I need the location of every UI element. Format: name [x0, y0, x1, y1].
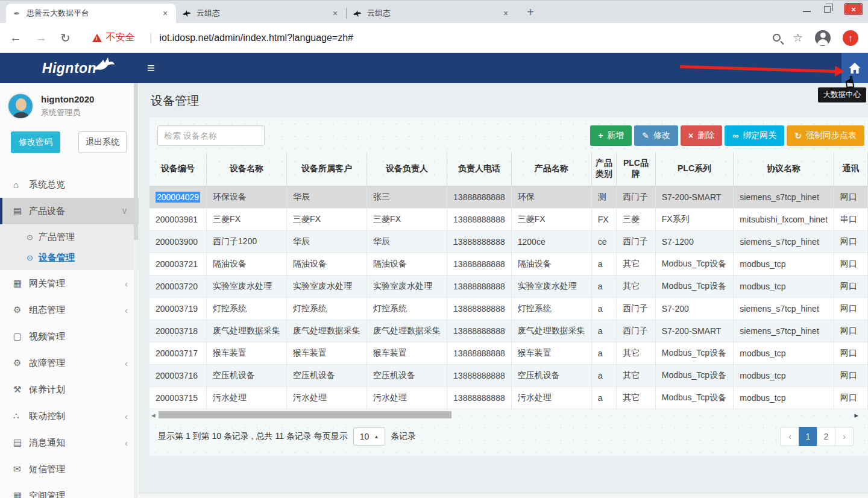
- plus-icon: +: [598, 131, 603, 140]
- bird-favicon-icon: [353, 10, 362, 17]
- tab-close-icon[interactable]: ×: [501, 8, 511, 18]
- tab-close-icon[interactable]: ×: [330, 8, 340, 18]
- table-cell: 华辰: [367, 231, 447, 253]
- column-header: 设备所属客户: [287, 152, 367, 186]
- table-cell: 网口: [834, 253, 867, 276]
- table-cell: 实验室废水处理: [367, 276, 447, 298]
- table-cell: 西门子: [617, 298, 656, 320]
- chevron-left-icon: ‹: [125, 358, 128, 368]
- table-row[interactable]: 200003717猴车装置猴车装置猴车装置13888888888猴车装置a其它M…: [149, 342, 868, 365]
- logout-button[interactable]: 退出系统: [78, 131, 127, 153]
- scroll-left-icon[interactable]: ◂: [151, 411, 156, 420]
- table-cell: modbus_tcp: [734, 387, 834, 409]
- table-row[interactable]: 200004029环保设备华辰张三13888888888环保测西门子S7-200…: [149, 186, 868, 209]
- sidebar-item-label: 网关管理: [29, 278, 125, 289]
- reload-icon[interactable]: ↻: [60, 31, 71, 45]
- table-cell: 网口: [834, 276, 867, 298]
- browser-tab-active[interactable]: ✒ 思普云大数据平台 ×: [6, 4, 176, 23]
- tab-close-icon[interactable]: ×: [160, 8, 170, 18]
- sync-icon: ↻: [794, 131, 802, 140]
- page-size-select[interactable]: 10 ▲: [353, 427, 386, 446]
- browser-tab[interactable]: 云组态 ×: [347, 4, 517, 23]
- search-input[interactable]: [157, 125, 265, 146]
- table-cell: 华辰: [287, 231, 367, 253]
- scroll-right-icon[interactable]: ▸: [854, 411, 858, 420]
- toolbar-button[interactable]: ↻强制同步点表: [787, 125, 864, 146]
- chevron-left-icon: ‹: [125, 305, 128, 315]
- tab-title: 云组态: [367, 8, 496, 19]
- table-row[interactable]: 200003721隔油设备隔油设备隔油设备13888888888隔油设备a其它M…: [149, 253, 868, 276]
- table-cell: 13888888888: [447, 253, 512, 276]
- forward-icon[interactable]: →: [35, 31, 47, 45]
- table-cell: 200003981: [149, 209, 207, 231]
- pencil-icon: ✎: [642, 131, 649, 140]
- table-cell: 污水处理: [207, 387, 287, 409]
- table-row[interactable]: 200003718废气处理数据采集废气处理数据采集废气处理数据采集1388888…: [149, 320, 868, 342]
- sidebar-submenu: ⊙产品管理⊙设备管理: [0, 224, 139, 270]
- sidebar-subitem[interactable]: ⊙产品管理: [0, 227, 139, 247]
- table-cell: 空压机设备: [511, 365, 591, 387]
- next-page-button[interactable]: ›: [835, 427, 854, 446]
- book-icon: ▤: [13, 437, 29, 448]
- window-minimize-icon[interactable]: [803, 11, 811, 12]
- table-row[interactable]: 200003981三菱FX三菱FX三菱FX13888888888三菱FXFX三菱…: [149, 209, 868, 231]
- pagination-bar: 显示第 1 到第 10 条记录 , 总共 11 条记录 每页显示 10 ▲ 条记…: [149, 420, 868, 449]
- sidebar-item[interactable]: ▢视频管理: [0, 323, 139, 350]
- security-chip[interactable]: ! 不安全: [92, 31, 135, 44]
- prev-page-button[interactable]: ‹: [781, 427, 799, 446]
- scrollbar-thumb[interactable]: [159, 411, 451, 418]
- page-button-2[interactable]: 2: [817, 427, 835, 446]
- toolbar-button[interactable]: ✎修改: [634, 125, 678, 146]
- sidebar-item[interactable]: ▤消息通知‹: [0, 429, 139, 456]
- table-cell: FX: [591, 209, 616, 231]
- sidebar-item[interactable]: ⚒保养计划: [0, 376, 139, 403]
- sidebar-item[interactable]: ⌂系统总览: [0, 171, 139, 198]
- column-header: 负责人电话: [447, 152, 512, 186]
- table-row[interactable]: 200003715污水处理污水处理污水处理13888888888污水处理a其它M…: [149, 387, 868, 409]
- table-cell: 空压机设备: [367, 365, 447, 387]
- window-close-icon[interactable]: ×: [844, 3, 863, 15]
- table-cell: Modbus_Tcp设备: [655, 387, 734, 409]
- pagination-summary-prefix: 显示第 1 到第 10 条记录 , 总共 11 条记录 每页显示: [158, 431, 348, 442]
- toolbar-button[interactable]: ×删除: [681, 125, 722, 146]
- hamburger-menu-icon[interactable]: ≡: [147, 60, 155, 76]
- sidebar-item[interactable]: ▦空间管理: [0, 482, 139, 498]
- sidebar-item[interactable]: ▤产品设备∨: [0, 198, 139, 224]
- table-cell: 污水处理: [287, 387, 367, 409]
- table-cell: 200003716: [149, 365, 207, 387]
- bookmark-star-icon[interactable]: ☆: [793, 31, 803, 45]
- page-button-1[interactable]: 1: [799, 427, 817, 446]
- table-cell: 测: [591, 186, 616, 209]
- sidebar-subitem[interactable]: ⊙设备管理: [0, 247, 139, 268]
- table-cell: 张三: [367, 186, 447, 209]
- sidebar-scrollbar-thumb[interactable]: [134, 83, 138, 240]
- table-cell: 13888888888: [447, 231, 512, 253]
- sidebar-item[interactable]: ⚙组态管理‹: [0, 297, 139, 323]
- column-header: PLC品牌: [617, 152, 656, 186]
- back-icon[interactable]: ←: [10, 31, 22, 45]
- table-row[interactable]: 200003719灯控系统灯控系统灯控系统13888888888灯控系统a西门子…: [149, 298, 868, 320]
- table-row[interactable]: 200003716空压机设备空压机设备空压机设备13888888888空压机设备…: [149, 365, 868, 387]
- table-cell: siemens_s7tcp_hinet: [734, 298, 834, 320]
- browser-tab[interactable]: 云组态 ×: [176, 4, 346, 23]
- sidebar-item[interactable]: ⚙故障管理‹: [0, 350, 139, 376]
- toolbar-button-label: 新增: [607, 130, 624, 141]
- sidebar-item-label: 组态管理: [29, 304, 125, 316]
- window-restore-icon[interactable]: [824, 6, 831, 13]
- new-tab-button[interactable]: +: [523, 5, 538, 19]
- browser-profile-avatar[interactable]: [815, 30, 831, 46]
- add-button[interactable]: +新增: [590, 125, 632, 146]
- table-row[interactable]: 200003900西门子1200华辰华辰138888888881200cece西…: [149, 231, 868, 253]
- browser-update-icon[interactable]: ↑: [843, 30, 858, 46]
- table-row[interactable]: 200003720实验室废水处理实验室废水处理实验室废水处理1388888888…: [149, 276, 868, 298]
- sidebar-item[interactable]: ✉短信管理: [0, 456, 139, 482]
- toolbar-button[interactable]: ∞绑定网关: [725, 125, 784, 146]
- sidebar-item[interactable]: ▦网关管理‹: [0, 270, 139, 297]
- table-cell: ce: [591, 231, 616, 253]
- table-cell: 1200ce: [511, 231, 591, 253]
- table-cell: 200003721: [149, 253, 207, 276]
- sidebar-item[interactable]: ∴联动控制‹: [0, 403, 139, 429]
- url-text[interactable]: iot.idosp.net/admin/index.html?language=…: [159, 33, 353, 43]
- zoom-search-icon[interactable]: [773, 34, 781, 42]
- change-password-button[interactable]: 修改密码: [11, 131, 60, 153]
